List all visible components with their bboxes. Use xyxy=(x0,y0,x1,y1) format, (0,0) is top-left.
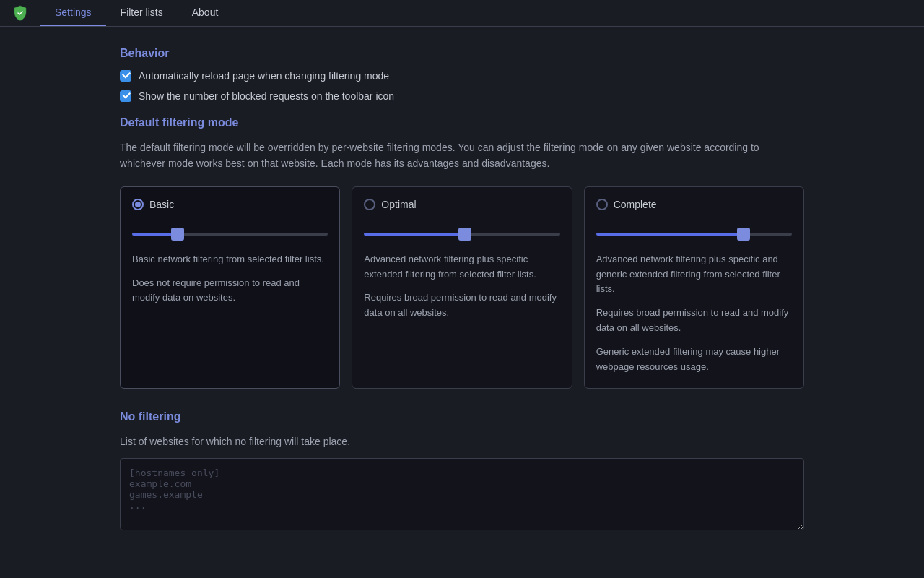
mode-card-basic-text: Basic network filtering from selected fi… xyxy=(132,252,328,306)
app-logo xyxy=(12,0,29,26)
mode-card-optimal[interactable]: Optimal Advanced network filtering plus … xyxy=(352,186,572,389)
auto-reload-checkbox[interactable] xyxy=(120,70,131,82)
default-filtering-heading: Default filtering mode xyxy=(120,116,804,129)
nav-tabs: Settings Filter lists About xyxy=(40,1,232,26)
mode-card-basic[interactable]: Basic Basic network filtering from selec… xyxy=(120,186,340,389)
main-content: Behavior Automatically reload page when … xyxy=(0,27,924,547)
no-filtering-heading: No filtering xyxy=(120,410,804,423)
tab-about[interactable]: About xyxy=(178,1,233,26)
mode-card-basic-title: Basic xyxy=(149,199,174,210)
mode-card-optimal-title: Optimal xyxy=(381,199,416,210)
mode-card-complete[interactable]: Complete Advanced network filtering plus… xyxy=(584,186,804,389)
mode-card-complete-header: Complete xyxy=(596,199,792,210)
mode-cards: Basic Basic network filtering from selec… xyxy=(120,186,804,389)
auto-reload-row: Automatically reload page when changing … xyxy=(120,70,804,82)
behavior-heading: Behavior xyxy=(120,47,804,60)
auto-reload-label: Automatically reload page when changing … xyxy=(139,70,389,82)
mode-radio-basic[interactable] xyxy=(132,199,144,210)
mode-radio-complete[interactable] xyxy=(596,199,608,210)
show-blocked-checkbox[interactable] xyxy=(120,90,131,102)
show-blocked-row: Show the number of blocked requests on t… xyxy=(120,90,804,102)
no-filtering-textarea[interactable] xyxy=(120,458,804,530)
mode-radio-optimal[interactable] xyxy=(364,199,375,210)
mode-card-optimal-text: Advanced network filtering plus specific… xyxy=(364,252,559,321)
tab-settings[interactable]: Settings xyxy=(40,1,106,26)
logo-icon xyxy=(12,4,29,22)
mode-card-basic-header: Basic xyxy=(132,199,328,210)
mode-card-complete-text: Advanced network filtering plus specific… xyxy=(596,252,792,375)
show-blocked-label: Show the number of blocked requests on t… xyxy=(139,90,394,102)
nav-bar: Settings Filter lists About xyxy=(0,0,924,27)
filtering-description: The default filtering mode will be overr… xyxy=(120,139,804,172)
mode-card-optimal-header: Optimal xyxy=(364,199,559,210)
no-filtering-description: List of websites for which no filtering … xyxy=(120,434,804,449)
tab-filter-lists[interactable]: Filter lists xyxy=(106,1,178,26)
mode-card-complete-title: Complete xyxy=(614,199,657,210)
